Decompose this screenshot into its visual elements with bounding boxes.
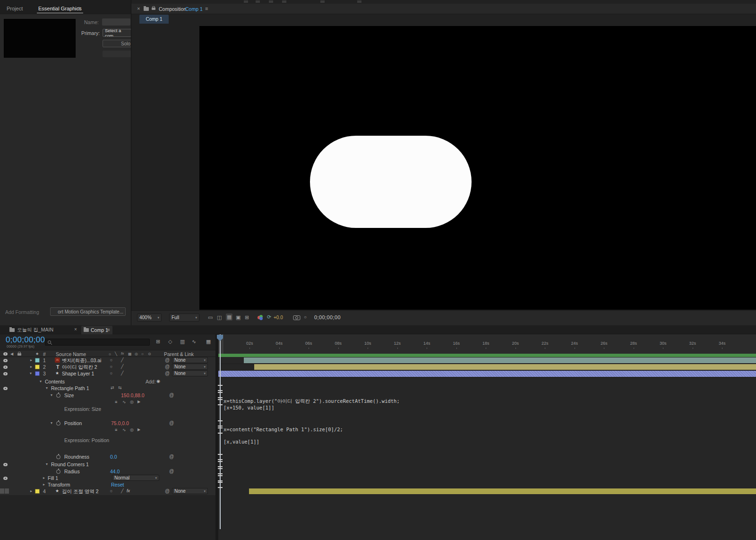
expression-language-menu-icon[interactable]: ▶ <box>137 427 140 432</box>
expression-enable-icon[interactable]: ≡ <box>115 427 117 432</box>
eye-icon[interactable] <box>3 477 8 480</box>
property-name[interactable]: Size <box>64 392 74 398</box>
panel-menu-icon[interactable]: ≡ <box>77 5 80 11</box>
quality-switch-icon[interactable]: ╱ <box>121 364 123 369</box>
expand-arrow-icon[interactable]: ▸ <box>43 482 45 487</box>
parent-select[interactable]: None ▾ <box>172 488 208 494</box>
layer-name[interactable]: 벳지/(최종)...03.ai <box>62 357 101 364</box>
stopwatch-icon[interactable] <box>56 470 60 474</box>
layer-name[interactable]: 길이 조절 영역 2 <box>62 488 99 495</box>
layer-search-input[interactable] <box>45 339 150 346</box>
expand-arrow-icon[interactable]: ▾ <box>40 379 42 383</box>
stopwatch-icon[interactable] <box>56 421 60 426</box>
expression-enable-icon[interactable]: ≡ <box>115 400 117 404</box>
parent-pickwhip-icon[interactable]: @ <box>169 469 174 474</box>
comp-name-link[interactable]: Comp 1 <box>185 6 203 12</box>
parent-select[interactable]: None ▾ <box>172 364 208 370</box>
expression-text[interactable]: [x+150, value[1]] <box>223 405 274 410</box>
current-timecode[interactable]: 0;00;00;00 <box>6 335 45 345</box>
property-name[interactable]: Radius <box>64 469 80 474</box>
property-group-row[interactable]: ▾ Contents Add: ◉ <box>0 378 215 385</box>
quality-switch-icon[interactable]: ╱ <box>121 488 123 493</box>
group-name[interactable]: Fill 1 <box>48 475 58 481</box>
layer-name[interactable]: 아이디 입력칸 2 <box>62 364 97 371</box>
name-input[interactable] <box>102 18 130 26</box>
layer-duration-bar[interactable] <box>249 488 756 494</box>
expression-language-menu-icon[interactable]: ▶ <box>137 400 140 404</box>
eye-icon[interactable] <box>3 463 8 466</box>
parent-select[interactable]: None ▾ <box>172 357 208 363</box>
eye-icon[interactable] <box>3 366 8 369</box>
stopwatch-icon[interactable] <box>56 455 60 459</box>
panel-menu-icon[interactable]: ≡ <box>205 6 208 11</box>
export-motion-graphics-template-button[interactable]: ort Motion Graphics Template... <box>50 307 126 316</box>
close-icon[interactable]: × <box>137 6 140 11</box>
eye-icon[interactable] <box>3 359 8 362</box>
property-group-row[interactable]: ▸ Transform Reset <box>0 481 215 488</box>
parent-pickwhip-icon[interactable]: @ <box>169 454 174 459</box>
parent-pickwhip-icon[interactable]: @ <box>165 371 170 376</box>
source-name-column-header[interactable]: Source Name <box>56 351 86 357</box>
expression-text[interactable]: x=thisComp.layer("아이디 입력칸 2").sourceRect… <box>223 398 400 405</box>
roundness-value[interactable]: 0.0 <box>110 454 117 460</box>
size-value[interactable]: 150.0,88.0 <box>121 392 145 398</box>
path-direction-icon[interactable]: ⇄ <box>111 385 114 390</box>
comp-timecode[interactable]: 0;00;00;00 <box>314 314 341 320</box>
pane-divider[interactable] <box>215 334 218 540</box>
layer-switch-icon[interactable]: ☼ <box>109 371 113 375</box>
show-channel-icon[interactable] <box>258 315 264 321</box>
quality-switch-icon[interactable]: ╱ <box>121 371 123 375</box>
layer-row[interactable]: ▸ 4 ★ 길이 조절 영역 2 ☼ ╱ fx @ None ▾ <box>0 488 215 495</box>
draft-3d-icon[interactable]: ◇ <box>168 339 172 345</box>
snapshot-camera-icon[interactable] <box>293 314 301 320</box>
layer-row[interactable]: ▾ 3 ★ Shape Layer 1 ☼ ╱ @ None ▾ <box>0 370 215 377</box>
expand-arrow-icon[interactable]: ▾ <box>51 421 52 425</box>
viewer-tab-comp1[interactable]: Comp 1 <box>139 15 169 24</box>
parent-pickwhip-icon[interactable]: @ <box>165 357 170 363</box>
composition-mini-map-icon[interactable]: ⊞ <box>156 339 160 345</box>
zoom-level-select[interactable]: 400% ▾ <box>137 314 162 322</box>
lock-icon[interactable] <box>152 8 155 10</box>
primary-comp-select[interactable]: Select a com <box>103 29 131 37</box>
path-direction-icon[interactable]: ⇆ <box>118 385 122 390</box>
tab-project[interactable]: Project <box>7 6 23 11</box>
layer-duration-bar-selected[interactable] <box>218 371 756 377</box>
expression-text[interactable]: [x,value[1]] <box>223 439 259 444</box>
label-color-swatch[interactable] <box>35 365 40 369</box>
region-of-interest-icon[interactable]: ▦ <box>226 314 232 321</box>
property-row[interactable]: Roundness 0.0 @ <box>0 453 215 460</box>
expand-arrow-icon[interactable]: ▸ <box>30 365 32 369</box>
motion-blur-icon[interactable]: ∿ <box>192 339 196 345</box>
reset-exposure-icon[interactable]: ⟳ <box>267 314 271 320</box>
layer-row[interactable]: ▸ 1 Ai 벳지/(최종)...03.ai ☼ ╱ @ None ▾ <box>0 357 215 364</box>
quality-switch-icon[interactable]: ╱ <box>121 357 123 362</box>
view-layout-icon[interactable]: ⊞ <box>245 314 249 321</box>
layer-name[interactable]: Shape Layer 1 <box>62 371 94 376</box>
position-value[interactable]: 75.0,0.0 <box>111 420 129 426</box>
label-color-swatch[interactable] <box>35 371 40 376</box>
group-name[interactable]: Contents <box>45 379 65 384</box>
layer-switch-icon[interactable]: ☼ <box>109 488 113 493</box>
blend-mode-select[interactable]: Normal ▾ <box>112 475 159 481</box>
group-name[interactable]: Transform <box>48 482 70 488</box>
tab-main-comp[interactable]: 오늘의 집_MAIN <box>17 327 53 333</box>
parent-select[interactable]: None ▾ <box>172 370 208 376</box>
parent-pickwhip-icon[interactable]: @ <box>165 488 170 494</box>
expand-arrow-icon[interactable]: ▾ <box>46 386 48 390</box>
property-name[interactable]: Roundness <box>64 454 89 460</box>
add-property-label[interactable]: Add: <box>146 379 156 384</box>
eye-icon[interactable] <box>3 387 8 390</box>
effects-switch-icon[interactable]: fx <box>127 488 130 493</box>
track-area[interactable] <box>218 357 756 540</box>
expand-arrow-icon[interactable]: ▸ <box>43 476 45 480</box>
expand-arrow-icon[interactable]: ▸ <box>30 358 32 362</box>
parent-pickwhip-icon[interactable]: @ <box>165 364 170 369</box>
property-row[interactable]: ▾ Size 150.0,88.0 @ <box>0 392 215 399</box>
expression-text[interactable]: x=content("Rectangle Path 1").size[0]/2; <box>223 427 343 432</box>
tab-essential-graphics[interactable]: Essential Graphics <box>37 5 83 13</box>
group-name[interactable]: Rectangle Path 1 <box>51 385 89 391</box>
expand-arrow-icon[interactable]: ▾ <box>51 393 52 397</box>
stopwatch-icon[interactable] <box>56 393 60 398</box>
property-name[interactable]: Position <box>64 420 82 426</box>
property-row[interactable]: Radius 44.0 @ <box>0 468 215 475</box>
